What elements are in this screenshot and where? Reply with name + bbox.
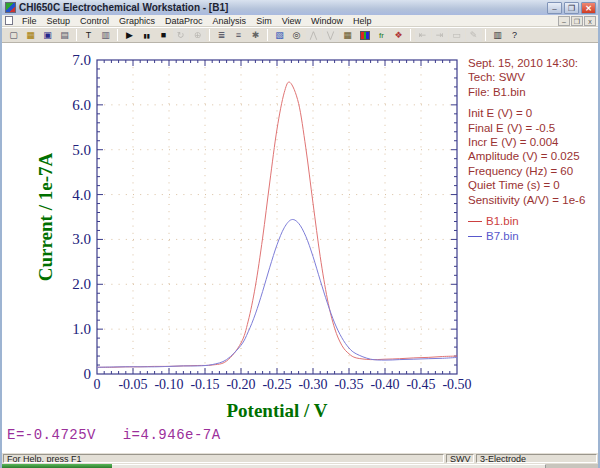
open-circuit-button[interactable]: ≡ (231, 28, 247, 42)
experiment-parameters: Sept. 15, 2010 14:30: Tech: SWV File: B1… (468, 56, 585, 244)
y-tick-label: 3.0 (72, 231, 91, 247)
file-name-text: File: B1.bin (468, 85, 585, 99)
save-button[interactable]: ▣ (40, 28, 56, 42)
date-time-text: Sept. 15, 2010 14:30: (468, 56, 585, 70)
toolbar-separator (76, 29, 77, 41)
x-tick-label: 0 (94, 377, 101, 392)
x-tick-label: -0.30 (298, 377, 327, 392)
peak-cathodic-button: ⋁ (323, 28, 339, 42)
data-listing-button[interactable]: ▥ (490, 28, 506, 42)
y-tick-label: 1.0 (72, 321, 91, 337)
zoom-select-button[interactable]: ▧ (272, 28, 288, 42)
x-tick-label: -0.45 (406, 377, 435, 392)
x-tick-label: -0.05 (118, 377, 147, 392)
copy-graph-button[interactable]: ❖ (391, 28, 407, 42)
menu-dataproc[interactable]: DataProc (160, 16, 208, 26)
task-button-edge[interactable] (112, 464, 546, 468)
menu-graphics[interactable]: Graphics (114, 16, 160, 26)
peak-anodic-button: ⋀ (306, 28, 322, 42)
menu-items: FileSetupControlGraphicsDataProcAnalysis… (17, 16, 558, 26)
menu-window[interactable]: Window (306, 16, 348, 26)
color-bars-icon (360, 31, 370, 40)
legend-line-icon (468, 221, 482, 222)
reverse-scan-button: ↻ (173, 28, 189, 42)
toolbar-separator (410, 29, 411, 41)
menu-control[interactable]: Control (75, 16, 114, 26)
cursor-readout: E=-0.4725V i=4.946e-7A (7, 427, 221, 443)
x-tick-label: -0.50 (442, 377, 471, 392)
instrument-setup-button[interactable]: ✱ (248, 28, 264, 42)
menu-setup[interactable]: Setup (42, 16, 76, 26)
status-bar: For Help, press F1 SWV 3-Electrode (2, 452, 598, 464)
x-axis-label: Potential / V (97, 400, 457, 422)
x-tick-label: -0.10 (154, 377, 183, 392)
toolbar-separator (117, 29, 118, 41)
mdi-close-button[interactable]: x (584, 16, 596, 26)
text-tool-button[interactable]: T (81, 28, 97, 42)
menu-help[interactable]: Help (348, 16, 377, 26)
graph-client-area: 7.06.05.04.03.02.01.000-0.05-0.10-0.15-0… (2, 43, 598, 452)
y-axis-label: Current / 1e-7A (35, 153, 57, 281)
mdi-minimize-button[interactable]: – (558, 16, 570, 26)
modify-button: ✎ (466, 28, 482, 42)
start-button-edge[interactable] (2, 464, 112, 468)
toolbar: ▢▦▣▤T▥▶▮▮■↻⊕≣≡✱▧◎⋀⋁▦fr❖⇤⇥▭✎▥? (2, 27, 598, 43)
cell-control-button[interactable]: ≣ (214, 28, 230, 42)
y-tick-label: 5.0 (72, 142, 91, 158)
run-experiment-button[interactable]: ▶ (122, 28, 138, 42)
x-tick-label: -0.25 (262, 377, 291, 392)
status-technique: SWV (446, 454, 474, 463)
menu-bar: FileSetupControlGraphicsDataProcAnalysis… (2, 15, 598, 27)
status-help-text: For Help, press F1 (3, 454, 444, 463)
toolbar-separator (485, 29, 486, 41)
curve-B1.bin (97, 82, 457, 367)
annotation-tool-button[interactable]: ▥ (98, 28, 114, 42)
parameter-line: Final E (V) = -0.5 (468, 121, 585, 135)
pause-button[interactable]: ▮▮ (139, 28, 155, 42)
color-legend-button[interactable] (357, 28, 373, 42)
legend-entry-B7.bin: B7.bin (468, 229, 585, 244)
magnifier-button[interactable]: ◎ (289, 28, 305, 42)
previous-data-button: ⇥ (432, 28, 448, 42)
y-tick-label: 7.0 (72, 52, 91, 68)
curve-B7.bin (97, 219, 457, 367)
x-tick-label: -0.35 (334, 377, 363, 392)
edit-data-button: ▭ (449, 28, 465, 42)
toolbar-separator (209, 29, 210, 41)
menu-view[interactable]: View (277, 16, 306, 26)
window-title: CHI650C Electrochemical Workstation - [B… (19, 2, 547, 13)
parameter-line: Incr E (V) = 0.004 (468, 135, 585, 149)
title-bar[interactable]: CHI650C Electrochemical Workstation - [B… (2, 0, 598, 15)
parameter-line: Frequency (Hz) = 60 (468, 164, 585, 178)
x-tick-label: -0.40 (370, 377, 399, 392)
parameter-list: Init E (V) = 0Final E (V) = -0.5Incr E (… (468, 106, 585, 207)
legend-label: B1.bin (486, 214, 519, 229)
new-file-button[interactable]: ▢ (6, 28, 22, 42)
mdi-restore-button[interactable]: ❐ (571, 16, 583, 26)
y-tick-label: 6.0 (72, 97, 91, 113)
document-icon[interactable] (5, 16, 13, 25)
app-window: CHI650C Electrochemical Workstation - [B… (0, 0, 600, 468)
parameter-line: Quiet Time (s) = 0 (468, 178, 585, 192)
menu-analysis[interactable]: Analysis (208, 16, 252, 26)
status-electrode-mode: 3-Electrode (476, 454, 597, 463)
x-tick-label: -0.15 (190, 377, 219, 392)
parameter-line: Sensitivity (A/V) = 1e-6 (468, 193, 585, 207)
menu-file[interactable]: File (17, 16, 42, 26)
app-icon (5, 2, 16, 13)
legend-entry-B1.bin: B1.bin (468, 214, 585, 229)
font-button[interactable]: fr (374, 28, 390, 42)
context-help-button[interactable]: ? (507, 28, 523, 42)
technique-text: Tech: SWV (468, 70, 585, 84)
legend-label: B7.bin (486, 229, 519, 244)
print-button[interactable]: ▤ (57, 28, 73, 42)
close-button[interactable]: ✕ (581, 2, 596, 14)
report-button[interactable]: ▦ (340, 28, 356, 42)
minimize-button[interactable]: – (547, 2, 562, 14)
open-file-button[interactable]: ▦ (23, 28, 39, 42)
restore-button[interactable]: ❐ (564, 2, 579, 14)
continue-button: ⊕ (190, 28, 206, 42)
menu-sim[interactable]: Sim (251, 16, 277, 26)
stop-button[interactable]: ■ (156, 28, 172, 42)
y-tick-label: 4.0 (72, 187, 91, 203)
